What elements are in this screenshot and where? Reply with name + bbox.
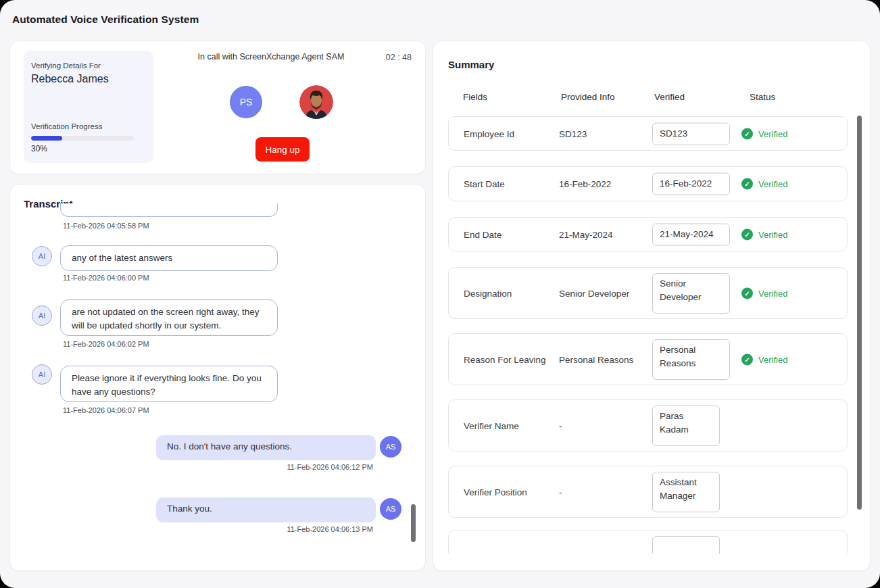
table-row: Verifier Name - Paras Kadam (448, 399, 848, 451)
verified-input[interactable]: Assistant Manager (652, 472, 720, 512)
verified-input[interactable]: SD123 (652, 122, 730, 145)
row-provided-value: - (559, 487, 562, 497)
row-field-label: Start Date (464, 179, 505, 189)
row-provided-value: 21-May-2024 (559, 229, 613, 239)
message-timestamp: 11-Feb-2026 04:06:12 PM (156, 463, 373, 471)
verifying-details-card: Verifying Details For Rebecca James Veri… (24, 51, 153, 163)
progress-percent: 30% (31, 144, 47, 153)
status-badge: ✓ Verified (741, 228, 787, 240)
row-provided-value: - (559, 420, 562, 431)
status-badge: ✓ Verified (741, 287, 787, 299)
check-icon: ✓ (741, 128, 753, 139)
avatar-ai-text: AI (39, 370, 45, 378)
column-header-fields: Fields (463, 92, 487, 102)
check-icon: ✓ (741, 178, 753, 190)
verified-input[interactable]: Senior Developer (652, 273, 730, 314)
page-title: Automated Voice Verification System (12, 14, 199, 26)
column-header-provided-info: Provided Info (561, 92, 615, 102)
row-field-label: Designation (464, 288, 512, 298)
avatar-user: AS (380, 498, 401, 520)
call-panel: Verifying Details For Rebecca James Veri… (9, 41, 426, 174)
table-row: Start Date 16-Feb-2022 16-Feb-2022 ✓ Ver… (448, 166, 848, 201)
transcript-panel: Transcript 11-Feb-2026 04:05:58 PM AI an… (9, 184, 426, 571)
message-timestamp: 11-Feb-2026 04:06:13 PM (156, 525, 373, 533)
message-timestamp: 11-Feb-2026 04:06:00 PM (63, 274, 149, 282)
avatar-ai: AI (32, 364, 52, 385)
row-field-label: Verifier Position (464, 487, 527, 497)
message-timestamp: 11-Feb-2026 04:06:07 PM (63, 406, 149, 414)
message-bubble-partial (60, 203, 278, 217)
message-bubble: are not updated on the screen right away… (60, 299, 278, 336)
status-badge: ✓ Verified (741, 178, 787, 190)
verified-input[interactable]: 21-May-2024 (652, 223, 730, 245)
status-badge: ✓ Verified (741, 128, 787, 139)
message-bubble: Please ignore it if everything looks fin… (60, 366, 278, 402)
table-row: Employee Id SD123 SD123 ✓ Verified (448, 116, 848, 151)
verified-input[interactable]: Personal Reasons (652, 339, 730, 380)
row-provided-value: Personal Reasons (559, 354, 633, 364)
message-bubble: No. I don't have any questions. (156, 435, 376, 460)
row-provided-value: Senior Developer (559, 288, 629, 298)
status-label: Verified (758, 128, 787, 139)
column-header-verified: Verified (654, 92, 685, 102)
verified-input[interactable]: Paras Kadam (652, 406, 720, 446)
progress-fill (31, 136, 62, 141)
table-row: Designation Senior Developer Senior Deve… (448, 267, 848, 319)
check-icon: ✓ (741, 228, 753, 240)
column-header-status: Status (750, 92, 775, 102)
status-badge: ✓ Verified (741, 353, 787, 365)
hang-up-button[interactable]: Hang up (255, 137, 310, 162)
message-timestamp: 11-Feb-2026 04:06:02 PM (63, 340, 149, 348)
row-provided-value: 16-Feb-2022 (559, 179, 611, 189)
agent-photo (299, 85, 333, 119)
table-row: Reason For Leaving Personal Reasons Pers… (448, 333, 848, 385)
check-icon: ✓ (741, 353, 753, 365)
verified-input[interactable]: 16-Feb-2022 (652, 173, 730, 195)
avatar-ai-text: AI (39, 312, 45, 320)
message-timestamp: 11-Feb-2026 04:05:58 PM (63, 222, 149, 230)
status-label: Verified (758, 288, 787, 298)
call-timer: 02 : 48 (386, 53, 412, 62)
status-label: Verified (758, 229, 787, 239)
avatar-user: AS (380, 436, 401, 458)
avatar-ai-text: AI (39, 252, 45, 260)
summary-scrollbar[interactable] (857, 116, 862, 510)
status-label: Verified (758, 354, 787, 364)
verification-progress-label: Verification Progress (31, 122, 102, 130)
app-window: Automated Voice Verification System Veri… (0, 0, 880, 588)
avatar-ai: AI (32, 305, 52, 326)
call-status-text: In call with ScreenXchange Agent SAM (156, 52, 386, 62)
summary-title: Summary (448, 59, 494, 70)
avatar-ai: AI (32, 246, 52, 266)
candidate-name: Rebecca James (31, 73, 109, 85)
avatar-user-text: AS (386, 443, 396, 451)
table-row: End Date 21-May-2024 21-May-2024 ✓ Verif… (448, 217, 848, 251)
agent-portrait-icon (299, 85, 333, 119)
row-field-label: Employee Id (464, 128, 514, 139)
progress-bar (31, 136, 134, 141)
caller-initials-text: PS (240, 97, 253, 107)
row-field-label: Verifier Name (464, 420, 519, 431)
verifying-label: Verifying Details For (31, 62, 101, 70)
bottom-fade (435, 554, 860, 571)
avatar-user-text: AS (386, 505, 396, 513)
summary-panel: Summary Fields Provided Info Verified St… (433, 41, 871, 571)
status-label: Verified (758, 179, 787, 189)
avatar-caller-initials: PS (230, 86, 262, 118)
table-row: Verifier Position - Assistant Manager (448, 466, 848, 518)
transcript-scrollbar[interactable] (411, 504, 416, 542)
check-icon: ✓ (741, 287, 753, 299)
message-bubble: any of the latest answers (60, 245, 278, 271)
row-provided-value: SD123 (559, 128, 587, 139)
message-bubble: Thank you. (156, 497, 376, 522)
row-field-label: Reason For Leaving (464, 354, 546, 364)
row-field-label: End Date (464, 229, 502, 239)
screen: Automated Voice Verification System Veri… (0, 0, 880, 588)
